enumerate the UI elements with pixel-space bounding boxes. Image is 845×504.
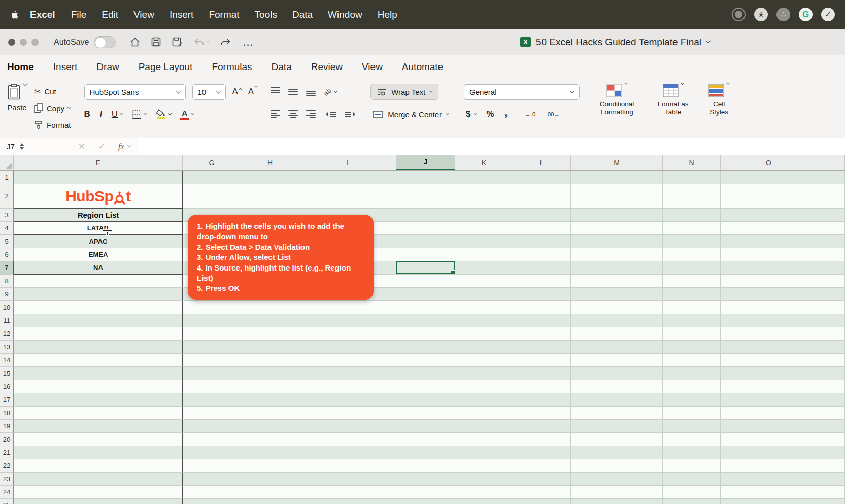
cell-L5[interactable] — [513, 235, 571, 248]
cell-O1[interactable] — [721, 171, 817, 184]
cell-M25[interactable] — [571, 499, 663, 504]
cell-F5[interactable]: APAC — [14, 235, 183, 248]
column-header-O[interactable]: O — [721, 155, 817, 170]
cell-O5[interactable] — [721, 235, 817, 248]
cell-blank19[interactable] — [817, 420, 845, 433]
cell-L21[interactable] — [513, 446, 571, 459]
cell-N13[interactable] — [663, 341, 721, 354]
cell-J10[interactable] — [396, 301, 455, 314]
cell-J12[interactable] — [396, 327, 455, 341]
cell-N12[interactable] — [663, 327, 721, 341]
cell-J18[interactable] — [396, 407, 455, 420]
cell-F4[interactable]: LATAM — [14, 222, 183, 235]
align-left-button[interactable] — [271, 110, 280, 118]
menu-item-file[interactable]: File — [63, 9, 94, 20]
cell-K13[interactable] — [455, 341, 513, 354]
minimize-window-button[interactable] — [20, 39, 27, 46]
cell-K2[interactable] — [455, 184, 513, 209]
cell-O9[interactable] — [721, 288, 817, 301]
cell-M5[interactable] — [571, 235, 663, 248]
formula-input[interactable] — [138, 138, 845, 155]
cell-M13[interactable] — [571, 341, 663, 354]
cell-blank20[interactable] — [817, 433, 845, 446]
cell-K6[interactable] — [455, 248, 513, 261]
cell-L20[interactable] — [513, 433, 571, 446]
column-header-M[interactable]: M — [571, 155, 663, 170]
cell-L25[interactable] — [513, 499, 571, 504]
cell-I15[interactable] — [299, 367, 396, 380]
cell-blank6[interactable] — [817, 248, 845, 261]
cell-G20[interactable] — [183, 433, 241, 446]
cell-I12[interactable] — [299, 327, 396, 341]
record-status-icon[interactable] — [732, 8, 746, 21]
cell-G2[interactable] — [183, 184, 241, 209]
cell-O10[interactable] — [721, 301, 817, 314]
cell-J6[interactable] — [396, 248, 455, 261]
cell-I21[interactable] — [299, 446, 396, 459]
zoom-window-button[interactable] — [31, 39, 39, 46]
cell-L9[interactable] — [513, 288, 571, 301]
cell-K1[interactable] — [455, 171, 513, 184]
cell-J14[interactable] — [396, 354, 455, 367]
row-header-10[interactable]: 10 — [0, 301, 14, 314]
menubar-app-name[interactable]: Excel — [30, 9, 55, 20]
cell-H15[interactable] — [241, 367, 299, 380]
cell-H21[interactable] — [241, 446, 299, 459]
cell-I1[interactable] — [299, 171, 396, 184]
cell-M23[interactable] — [571, 473, 663, 486]
cell-K16[interactable] — [455, 380, 513, 393]
cell-L7[interactable] — [513, 261, 571, 275]
cell-blank13[interactable] — [817, 341, 845, 354]
cell-blank9[interactable] — [817, 288, 845, 301]
align-top-button[interactable] — [271, 87, 280, 96]
cell-H14[interactable] — [241, 354, 299, 367]
cell-J15[interactable] — [396, 367, 455, 380]
align-right-button[interactable] — [306, 110, 316, 118]
cell-L15[interactable] — [513, 367, 571, 380]
column-header-F[interactable]: F — [14, 155, 183, 170]
cell-L17[interactable] — [513, 393, 571, 407]
cell-N24[interactable] — [663, 486, 721, 499]
row-header-16[interactable]: 16 — [0, 380, 14, 393]
cell-F13[interactable] — [14, 341, 183, 354]
cell-K4[interactable] — [455, 222, 513, 235]
cell-I16[interactable] — [299, 380, 396, 393]
cell-L2[interactable] — [513, 184, 571, 209]
column-header-J[interactable]: J — [396, 155, 455, 170]
menu-item-insert[interactable]: Insert — [162, 9, 201, 20]
cell-M3[interactable] — [571, 209, 663, 222]
font-size-select[interactable]: 10 — [192, 84, 226, 100]
cell-O21[interactable] — [721, 446, 817, 459]
cell-G23[interactable] — [183, 473, 241, 486]
cell-I25[interactable] — [299, 499, 396, 504]
cell-I13[interactable] — [299, 341, 396, 354]
cell-blank5[interactable] — [817, 235, 845, 248]
cell-H24[interactable] — [241, 486, 299, 499]
checkmark-menubar-icon[interactable]: ✓ — [821, 8, 835, 21]
cell-O23[interactable] — [721, 473, 817, 486]
decrease-decimal-button[interactable]: .00→ — [546, 111, 560, 117]
tab-page-layout[interactable]: Page Layout — [139, 61, 193, 73]
cell-M6[interactable] — [571, 248, 663, 261]
cell-L8[interactable] — [513, 275, 571, 288]
cell-H12[interactable] — [241, 327, 299, 341]
cell-F8[interactable] — [14, 275, 183, 288]
row-header-12[interactable]: 12 — [0, 327, 14, 341]
name-box-stepper[interactable] — [20, 143, 24, 150]
cell-M19[interactable] — [571, 420, 663, 433]
cell-F23[interactable] — [14, 473, 183, 486]
row-header-18[interactable]: 18 — [0, 407, 14, 420]
cell-J1[interactable] — [396, 171, 455, 184]
cell-K24[interactable] — [455, 486, 513, 499]
cell-O11[interactable] — [721, 314, 817, 327]
cell-N22[interactable] — [663, 459, 721, 473]
cell-I19[interactable] — [299, 420, 396, 433]
cell-K14[interactable] — [455, 354, 513, 367]
cell-F1[interactable] — [14, 171, 183, 184]
cell-O7[interactable] — [721, 261, 817, 275]
cell-blank17[interactable] — [817, 393, 845, 407]
row-header-22[interactable]: 22 — [0, 459, 14, 473]
cell-L19[interactable] — [513, 420, 571, 433]
cell-K19[interactable] — [455, 420, 513, 433]
cell-M11[interactable] — [571, 314, 663, 327]
